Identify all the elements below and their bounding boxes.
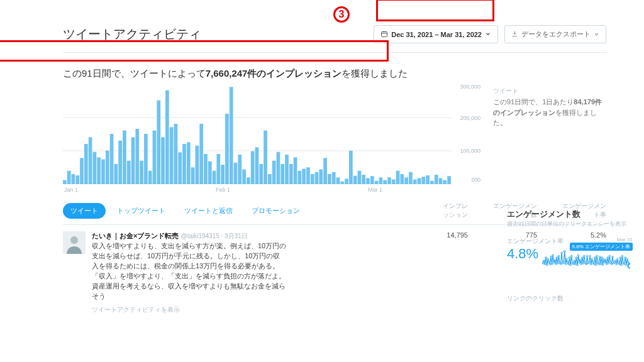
svg-rect-47 — [251, 151, 255, 184]
date-range-button[interactable]: Dec 31, 2021 – Mar 31, 2022 — [374, 25, 498, 43]
svg-rect-37 — [208, 162, 212, 184]
svg-point-138 — [582, 262, 584, 264]
svg-point-107 — [552, 255, 554, 256]
tweet-impressions: 14,795 — [424, 231, 468, 314]
svg-point-119 — [564, 251, 566, 253]
svg-rect-52 — [272, 161, 276, 184]
svg-rect-40 — [221, 165, 225, 184]
export-button[interactable]: データをエクスポート — [504, 25, 606, 43]
svg-rect-51 — [268, 174, 272, 184]
svg-point-156 — [600, 263, 602, 265]
svg-rect-65 — [328, 174, 331, 184]
svg-rect-93 — [447, 176, 451, 184]
svg-point-128 — [573, 263, 575, 265]
svg-rect-33 — [191, 167, 195, 184]
svg-point-181 — [625, 257, 626, 259]
x-tick: Feb 1 — [216, 187, 230, 193]
svg-rect-42 — [230, 87, 233, 184]
tab-replies[interactable]: ツイートと返信 — [177, 203, 240, 219]
svg-rect-71 — [353, 176, 357, 184]
svg-point-109 — [554, 259, 556, 261]
chevron-down-icon — [485, 31, 491, 38]
engagement-sparkline[interactable] — [542, 248, 630, 280]
tab-promo[interactable]: プロモーション — [244, 203, 308, 219]
svg-rect-86 — [418, 178, 421, 184]
svg-rect-69 — [345, 178, 348, 184]
annotation-3: 3 — [333, 6, 350, 23]
svg-point-137 — [582, 257, 584, 259]
svg-point-103 — [548, 261, 550, 263]
svg-rect-80 — [392, 180, 396, 184]
svg-rect-25 — [157, 101, 160, 184]
svg-rect-81 — [396, 171, 400, 184]
impressions-chart[interactable] — [63, 84, 452, 184]
avatar — [63, 231, 86, 254]
svg-rect-14 — [110, 134, 114, 184]
svg-point-113 — [558, 255, 560, 257]
svg-rect-89 — [430, 181, 434, 184]
svg-point-101 — [547, 264, 548, 266]
svg-point-118 — [563, 261, 565, 263]
svg-rect-38 — [213, 171, 216, 184]
engagement-panel: エンゲージメント数 過去91日間の日単位のフリークエンシーを表示 エンゲージメン… — [507, 209, 633, 303]
svg-rect-64 — [323, 158, 327, 184]
svg-point-167 — [611, 263, 613, 265]
svg-rect-6 — [75, 175, 79, 184]
tab-top-tweets[interactable]: トップツイート — [109, 203, 173, 219]
svg-point-162 — [606, 263, 608, 265]
svg-rect-60 — [306, 167, 310, 184]
svg-point-136 — [580, 263, 582, 265]
svg-point-173 — [617, 258, 619, 260]
svg-point-108 — [553, 261, 555, 263]
svg-rect-3 — [63, 180, 67, 184]
svg-point-100 — [545, 257, 547, 259]
svg-rect-63 — [319, 170, 323, 184]
svg-point-177 — [621, 264, 623, 266]
daily-impressions-note: ツイート この91日間で、1日あたり84,179件のインプレッションを獲得しまし… — [493, 84, 606, 193]
svg-point-124 — [569, 257, 570, 259]
svg-rect-10 — [93, 152, 97, 184]
svg-rect-61 — [311, 174, 314, 184]
svg-rect-90 — [435, 175, 438, 184]
engagement-rate-value: 4.8% — [507, 246, 538, 262]
svg-rect-4 — [67, 171, 71, 184]
svg-rect-58 — [298, 171, 302, 184]
svg-point-165 — [609, 255, 611, 257]
svg-point-158 — [602, 264, 604, 266]
svg-point-110 — [555, 263, 557, 265]
svg-rect-73 — [362, 175, 365, 184]
svg-rect-85 — [413, 180, 417, 184]
svg-rect-74 — [366, 178, 370, 184]
date-range-text: Dec 31, 2021 – Mar 31, 2022 — [391, 31, 482, 38]
engagement-sub: 過去91日間の日単位のフリークエンシーを表示 — [507, 220, 633, 228]
svg-rect-16 — [118, 141, 122, 184]
svg-rect-27 — [165, 90, 169, 184]
svg-rect-84 — [409, 172, 413, 184]
tab-tweets[interactable]: ツイート — [63, 203, 106, 219]
svg-rect-31 — [182, 144, 186, 184]
svg-rect-44 — [238, 155, 242, 184]
chevron-down-icon — [594, 31, 599, 38]
svg-rect-12 — [101, 160, 105, 184]
svg-point-142 — [586, 255, 588, 257]
svg-point-106 — [551, 263, 553, 265]
svg-rect-23 — [148, 171, 152, 184]
svg-rect-9 — [89, 137, 92, 184]
svg-point-155 — [599, 256, 601, 258]
svg-rect-41 — [225, 114, 229, 184]
svg-point-175 — [619, 263, 621, 265]
link-clicks-label: リンクのクリック数 — [507, 294, 633, 303]
svg-point-163 — [607, 257, 609, 259]
svg-rect-18 — [127, 161, 131, 184]
tweet-activity-link[interactable]: ツイートアクティビティを表示 — [92, 305, 287, 315]
svg-point-187 — [628, 264, 631, 268]
svg-rect-75 — [370, 176, 374, 184]
svg-point-123 — [568, 263, 570, 265]
svg-point-116 — [561, 252, 563, 254]
svg-rect-28 — [170, 127, 174, 184]
svg-rect-17 — [123, 131, 126, 184]
svg-point-97 — [542, 262, 544, 264]
svg-point-132 — [577, 264, 579, 266]
svg-rect-72 — [358, 171, 362, 184]
svg-point-131 — [575, 257, 577, 259]
